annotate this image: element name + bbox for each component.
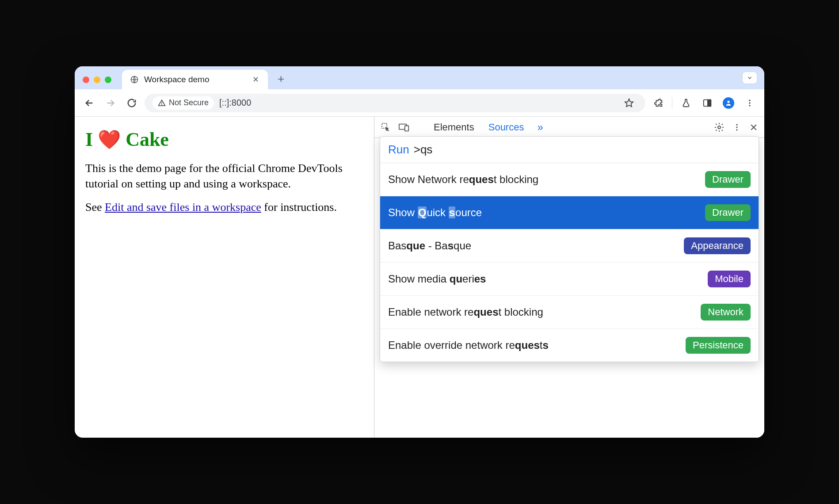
window-controls bbox=[80, 76, 116, 89]
warning-icon bbox=[158, 99, 166, 107]
svg-rect-22 bbox=[752, 430, 756, 434]
puzzle-icon bbox=[653, 98, 663, 108]
svg-point-15 bbox=[718, 126, 721, 129]
tab-sources[interactable]: Sources bbox=[485, 122, 528, 133]
command-category-tag: Drawer bbox=[705, 171, 751, 188]
svg-rect-21 bbox=[749, 427, 756, 434]
avatar-icon bbox=[723, 97, 734, 109]
arrow-right-icon bbox=[106, 98, 115, 108]
command-label: Enable network request blocking bbox=[388, 306, 543, 318]
arrow-left-icon bbox=[84, 98, 94, 108]
flask-icon bbox=[681, 98, 691, 108]
source-map-icon bbox=[747, 425, 757, 435]
kebab-icon bbox=[745, 99, 754, 107]
command-category-tag: Drawer bbox=[705, 204, 751, 221]
chevron-down-icon bbox=[747, 75, 753, 81]
command-label: Show Quick source bbox=[388, 206, 482, 219]
command-item[interactable]: Enable override network requestsPersiste… bbox=[380, 328, 759, 362]
browser-toolbar: Not Secure [::]:8000 bbox=[75, 89, 764, 117]
heart-icon: ❤️ bbox=[98, 130, 121, 150]
devtools-tabbar: Elements Sources » bbox=[374, 117, 764, 138]
profile-button[interactable] bbox=[720, 97, 737, 109]
command-item[interactable]: Show Quick sourceDrawer bbox=[380, 196, 759, 229]
tab-elements[interactable]: Elements bbox=[430, 122, 478, 133]
rendered-page: I ❤️ Cake This is the demo page for the … bbox=[75, 117, 374, 438]
devices-icon bbox=[398, 122, 410, 133]
tab-strip: Workspace demo ✕ + bbox=[75, 66, 764, 89]
devtools-close-button[interactable] bbox=[749, 123, 758, 132]
browser-window: Workspace demo ✕ + Not Secure [::]:8000 bbox=[75, 66, 764, 438]
browser-tab[interactable]: Workspace demo ✕ bbox=[122, 70, 268, 89]
command-category-tag: Appearance bbox=[684, 237, 751, 254]
inspect-icon bbox=[381, 122, 391, 133]
svg-point-18 bbox=[736, 129, 737, 130]
separator bbox=[672, 97, 672, 109]
command-category-tag: Mobile bbox=[708, 271, 751, 287]
security-status[interactable]: Not Secure bbox=[153, 96, 214, 110]
gear-icon bbox=[714, 122, 725, 133]
back-button[interactable] bbox=[81, 98, 98, 108]
reload-icon bbox=[127, 98, 137, 108]
command-label: Basque - Basque bbox=[388, 240, 471, 252]
p2-prefix: See bbox=[85, 201, 105, 214]
close-icon bbox=[749, 123, 758, 132]
star-icon bbox=[624, 98, 634, 108]
reload-button[interactable] bbox=[123, 98, 140, 108]
close-window-button[interactable] bbox=[83, 76, 89, 83]
url-text: [::]:8000 bbox=[219, 98, 251, 108]
page-paragraph-2: See Edit and save files in a workspace f… bbox=[85, 199, 363, 215]
extensions-button[interactable] bbox=[650, 98, 667, 108]
svg-point-10 bbox=[749, 102, 750, 103]
command-category-tag: Network bbox=[701, 304, 751, 321]
command-item[interactable]: Show media queriesMobile bbox=[380, 262, 759, 295]
close-tab-icon[interactable]: ✕ bbox=[252, 75, 260, 84]
new-tab-button[interactable]: + bbox=[268, 72, 290, 89]
maximize-window-button[interactable] bbox=[105, 76, 111, 83]
devtools-settings-button[interactable] bbox=[714, 122, 725, 133]
brackets-icon bbox=[635, 425, 645, 435]
command-menu: Run >qs Show Network request blockingDra… bbox=[380, 136, 759, 362]
svg-rect-7 bbox=[708, 99, 711, 106]
p2-suffix: for instructions. bbox=[261, 201, 337, 214]
command-query: >qs bbox=[414, 143, 433, 157]
globe-icon bbox=[130, 75, 139, 84]
command-input-row[interactable]: Run >qs bbox=[380, 137, 759, 163]
command-item[interactable]: Basque - BasqueAppearance bbox=[380, 229, 759, 262]
svg-marker-5 bbox=[625, 99, 633, 106]
svg-point-17 bbox=[736, 126, 737, 128]
status-bar: 9 characters selected bbox=[635, 424, 757, 436]
tutorial-link[interactable]: Edit and save files in a workspace bbox=[105, 201, 261, 214]
forward-button[interactable] bbox=[102, 98, 119, 108]
svg-point-8 bbox=[727, 100, 729, 103]
command-item[interactable]: Enable network request blockingNetwork bbox=[380, 295, 759, 328]
devtools-panel: Elements Sources » Run bbox=[374, 117, 764, 438]
run-label: Run bbox=[388, 143, 409, 157]
content-area: I ❤️ Cake This is the demo page for the … bbox=[75, 117, 764, 438]
device-toolbar-button[interactable] bbox=[398, 122, 410, 133]
more-tabs-button[interactable]: » bbox=[534, 121, 545, 134]
svg-point-9 bbox=[749, 99, 750, 101]
h1-text-2: Cake bbox=[121, 129, 169, 150]
svg-point-11 bbox=[749, 105, 750, 106]
command-item[interactable]: Show Network request blockingDrawer bbox=[380, 163, 759, 196]
command-label: Show media queries bbox=[388, 273, 486, 285]
command-category-tag: Persistence bbox=[686, 337, 751, 354]
security-label: Not Secure bbox=[169, 98, 209, 107]
devtools-menu-button[interactable] bbox=[732, 123, 741, 132]
tab-search-button[interactable] bbox=[742, 72, 757, 84]
address-bar[interactable]: Not Secure [::]:8000 bbox=[145, 94, 645, 112]
browser-menu-button[interactable] bbox=[741, 99, 758, 107]
command-list: Show Network request blockingDrawerShow … bbox=[380, 163, 759, 362]
command-label: Show Network request blocking bbox=[388, 173, 538, 186]
panel-icon bbox=[702, 98, 712, 108]
svg-point-4 bbox=[162, 104, 162, 105]
command-label: Enable override network requests bbox=[388, 339, 549, 351]
h1-text: I bbox=[85, 129, 98, 150]
minimize-window-button[interactable] bbox=[94, 76, 100, 83]
bookmark-button[interactable] bbox=[621, 98, 637, 108]
status-text: 9 characters selected bbox=[650, 424, 742, 436]
labs-button[interactable] bbox=[678, 98, 694, 108]
side-panel-button[interactable] bbox=[699, 98, 716, 108]
inspect-element-button[interactable] bbox=[381, 122, 391, 133]
tab-title: Workspace demo bbox=[144, 75, 210, 84]
